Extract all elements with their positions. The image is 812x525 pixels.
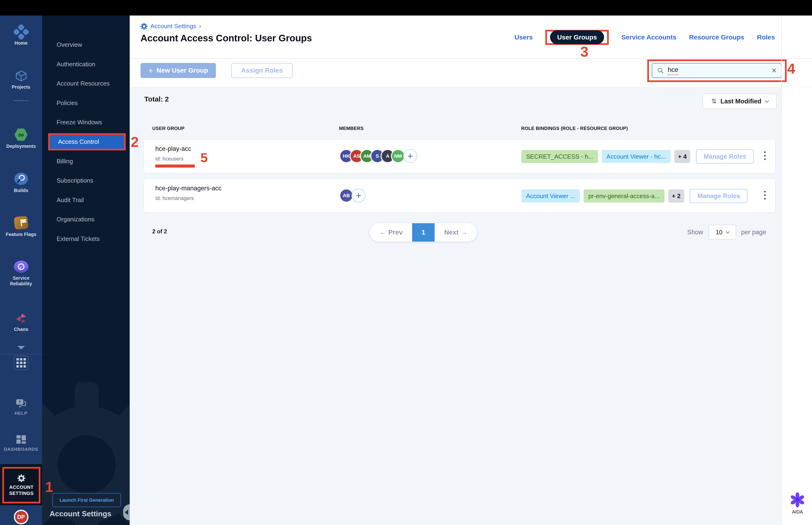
sidebar-item-home[interactable]: Home — [0, 26, 42, 46]
tab-user-groups[interactable]: User Groups — [550, 30, 604, 44]
sidebar-item-label: Chaos — [14, 327, 28, 332]
user-group-name-cell: hce-play-acc Id: hceusers — [155, 145, 191, 162]
members-cell: AB + — [339, 189, 366, 202]
search-icon — [657, 67, 664, 74]
member-avatar[interactable]: AB — [339, 189, 353, 202]
manage-roles-button[interactable]: Manage Roles — [696, 149, 754, 164]
tab-users[interactable]: Users — [514, 34, 533, 41]
sidebar-item-label: Projects — [12, 84, 30, 90]
plus-icon: + — [149, 66, 153, 75]
more-bindings-badge[interactable]: + 4 — [674, 150, 691, 163]
column-header-user-group: USER GROUP — [152, 126, 184, 131]
launch-first-generation-button[interactable]: Launch First Generation — [52, 493, 121, 507]
table-header-row: USER GROUP MEMBERS ROLE BINDINGS (ROLE -… — [130, 126, 781, 133]
breadcrumb[interactable]: Account Settings › — [140, 22, 201, 30]
role-binding-chip[interactable]: pr-env-general-access-a... — [584, 190, 664, 202]
chevron-down-icon[interactable] — [17, 346, 25, 349]
assign-roles-button[interactable]: Assign Roles — [231, 63, 292, 78]
role-bindings-cell: Account Viewer ... pr-env-general-access… — [521, 179, 748, 213]
sort-arrows-icon: ⇅ — [711, 97, 717, 105]
sidebar-divider — [0, 354, 42, 355]
settings-item-policies[interactable]: Policies — [42, 96, 130, 109]
settings-item-subscriptions[interactable]: Subscriptions — [42, 174, 130, 187]
help-chat-icon: ? — [16, 399, 27, 408]
triangle-left-icon — [125, 510, 128, 515]
sidebar-item-deployments[interactable]: ∞ Deployments — [0, 128, 42, 149]
sidebar-item-label: ACCOUNT SETTINGS — [6, 484, 37, 496]
role-binding-chip[interactable]: SECRET_ACCESS - h... — [521, 150, 598, 163]
settings-item-audit-trail[interactable]: Audit Trail — [42, 193, 130, 207]
settings-item-overview[interactable]: Overview — [42, 38, 130, 51]
module-grid-button[interactable] — [14, 356, 28, 370]
user-avatar[interactable]: DP — [14, 510, 28, 524]
sidebar-footer-title: Account Settings — [49, 510, 111, 518]
settings-item-freeze-windows[interactable]: Freeze Windows — [42, 116, 130, 129]
more-bindings-badge[interactable]: + 2 — [668, 190, 685, 202]
sidebar-item-label: Service Reliability — [7, 275, 35, 286]
manage-roles-button[interactable]: Manage Roles — [690, 189, 748, 203]
current-page-button[interactable]: 1 — [412, 223, 435, 242]
role-binding-chip[interactable]: Account Viewer ... — [521, 190, 580, 202]
row-menu-icon[interactable] — [764, 191, 766, 199]
add-member-button[interactable]: + — [352, 189, 366, 202]
sidebar-item-builds[interactable]: Builds — [0, 172, 42, 193]
settings-item-account-resources[interactable]: Account Resources — [42, 77, 130, 90]
search-input[interactable]: hce × — [652, 63, 782, 78]
page-header: Account Settings › Account Access Contro… — [130, 15, 812, 59]
settings-item-billing[interactable]: Billing — [42, 155, 130, 168]
gear-icon — [140, 23, 148, 30]
sidebar-item-label: DASHBOARDS — [4, 447, 38, 452]
avatar-initials: DP — [17, 514, 25, 520]
tab-roles[interactable]: Roles — [757, 34, 775, 41]
page-size-select[interactable]: 10 — [708, 225, 736, 240]
annotation-underline-id — [155, 165, 195, 168]
sidebar-item-feature-flags[interactable]: Feature Flags — [0, 216, 42, 237]
table-row[interactable]: hce-play-acc Id: hceusers 5 HK AS AM S A… — [144, 139, 775, 173]
new-user-group-button[interactable]: + New User Group — [140, 63, 216, 78]
chevron-down-icon — [726, 229, 730, 234]
search-value[interactable]: hce — [668, 66, 678, 75]
settings-item-authentication[interactable]: Authentication — [42, 58, 130, 71]
annotation-box-search: hce × — [647, 59, 787, 82]
settings-item-organizations[interactable]: Organizations — [42, 213, 130, 226]
user-groups-list-area: Total: 2 ⇅ Last Modified USER GROUP MEMB… — [130, 87, 781, 525]
column-header-role-bindings: ROLE BINDINGS (ROLE - RESOURCE GROUP) — [521, 126, 628, 131]
settings-item-access-control[interactable]: Access Control — [50, 135, 124, 149]
breadcrumb-label[interactable]: Account Settings — [150, 22, 196, 30]
settings-item-external-tickets[interactable]: External Tickets — [42, 232, 130, 245]
gear-icon — [17, 474, 25, 482]
user-group-name[interactable]: hce-play-acc — [155, 145, 191, 152]
deployments-icon: ∞ — [14, 128, 28, 141]
sidebar-item-service-reliability[interactable]: ✓ Service Reliability — [0, 260, 42, 286]
feature-flags-icon — [14, 216, 28, 230]
tab-service-accounts[interactable]: Service Accounts — [622, 34, 676, 41]
sidebar-item-label: Home — [15, 40, 28, 46]
sort-dropdown[interactable]: ⇅ Last Modified — [703, 93, 777, 109]
sidebar-item-chaos[interactable]: Chaos — [0, 312, 42, 332]
member-avatar[interactable]: NM — [391, 149, 405, 163]
user-group-name[interactable]: hce-play-managers-acc — [155, 185, 221, 192]
role-binding-chip[interactable]: Account Viewer - hc... — [602, 150, 670, 163]
builds-icon — [14, 172, 28, 185]
sidebar-item-dashboards[interactable]: DASHBOARDS — [0, 435, 42, 452]
tab-resource-groups[interactable]: Resource Groups — [689, 34, 744, 41]
next-page-button[interactable]: Next → — [435, 223, 477, 242]
content-right-divider — [781, 15, 782, 525]
clear-search-icon[interactable]: × — [771, 66, 777, 75]
page-size-control: Show 10 per page — [687, 225, 766, 240]
members-cell: HK AS AM S A NM + — [339, 149, 417, 163]
row-menu-icon[interactable] — [764, 151, 766, 160]
role-bindings-cell: SECRET_ACCESS - h... Account Viewer - hc… — [521, 139, 754, 174]
sidebar-item-help[interactable]: ? HELP — [0, 399, 42, 416]
sidebar-item-projects[interactable]: Projects — [0, 70, 42, 90]
aida-assistant-button[interactable]: AIDA — [790, 492, 805, 515]
annotation-box-account-settings[interactable]: ACCOUNT SETTINGS — [2, 467, 41, 504]
user-group-name-cell: hce-play-managers-acc Id: hcemanagers — [155, 185, 221, 201]
table-row[interactable]: hce-play-managers-acc Id: hcemanagers AB… — [144, 179, 775, 213]
sidebar-item-label: Feature Flags — [6, 231, 36, 237]
chevron-down-icon — [765, 99, 769, 103]
add-member-button[interactable]: + — [403, 149, 417, 163]
sidebar-item-label: Builds — [14, 188, 28, 193]
column-header-members: MEMBERS — [339, 126, 364, 131]
prev-page-button[interactable]: ← Prev — [370, 223, 412, 242]
